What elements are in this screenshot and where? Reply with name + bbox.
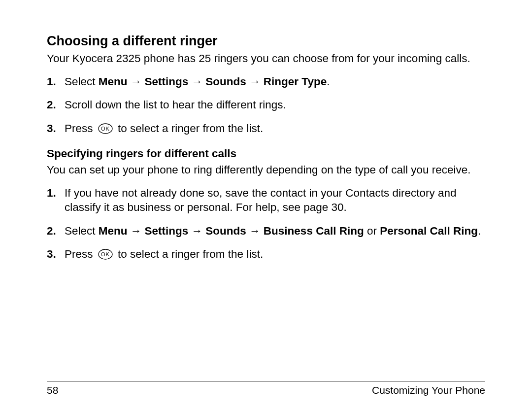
steps-list-2: 1. If you have not already done so, save… [47,186,485,261]
step-2: 2. Select Menu → Settings → Sounds → Bus… [47,224,485,238]
intro-paragraph: Your Kyocera 2325 phone has 25 ringers y… [47,52,485,66]
page-number: 58 [47,384,58,396]
page-content: Choosing a different ringer Your Kyocera… [47,34,485,381]
step-3: 3. Press OK to select a ringer from the … [47,247,485,261]
steps-list-1: 1. Select Menu → Settings → Sounds → Rin… [47,74,485,136]
step-text: Press OK to select a ringer from the lis… [65,122,263,135]
step-number: 3. [47,121,56,136]
svg-text:OK: OK [101,251,110,257]
step-number: 2. [47,98,56,112]
step-1: 1. Select Menu → Settings → Sounds → Rin… [47,74,485,89]
step-text: Scroll down the list to hear the differe… [65,99,286,111]
subheading: Specifying ringers for different calls [47,147,485,160]
step-text: If you have not already done so, save th… [65,187,456,213]
ok-button-icon: OK [98,123,113,134]
step-text: Press OK to select a ringer from the lis… [65,248,263,260]
step-text: Select Menu → Settings → Sounds → Ringer… [65,75,330,88]
page-footer: 58 Customizing Your Phone [47,381,485,396]
step-number: 1. [47,74,56,89]
step-1: 1. If you have not already done so, save… [47,186,485,215]
intro-paragraph-2: You can set up your phone to ring differ… [47,163,485,177]
step-text: Select Menu → Settings → Sounds → Busine… [65,225,481,237]
step-number: 1. [47,186,56,200]
step-number: 2. [47,224,56,238]
step-2: 2. Scroll down the list to hear the diff… [47,98,485,112]
svg-text:OK: OK [101,126,110,132]
ok-button-icon: OK [98,249,113,260]
step-3: 3. Press OK to select a ringer from the … [47,121,485,136]
step-number: 3. [47,247,56,261]
manual-page: Choosing a different ringer Your Kyocera… [0,0,532,411]
section-heading: Choosing a different ringer [47,34,485,49]
footer-section-label: Customizing Your Phone [372,384,485,396]
